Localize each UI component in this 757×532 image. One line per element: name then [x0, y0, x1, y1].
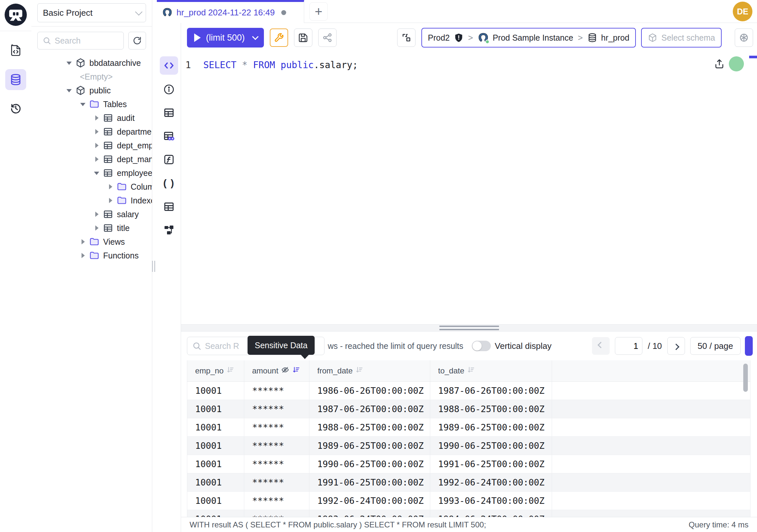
bytebase-logo[interactable]	[0, 0, 31, 31]
caret-down-icon[interactable]	[79, 101, 86, 108]
table-cell: 1993-06-24T00:00:00Z	[309, 510, 430, 517]
refresh-icon	[132, 36, 142, 46]
avatar[interactable]: DE	[733, 2, 752, 21]
app-window: Basic Project bbdataarchive<Empty>public…	[0, 0, 757, 532]
database-cylinder-icon	[588, 33, 597, 43]
run-query-button[interactable]: (limit 500)	[187, 28, 264, 47]
next-page-button[interactable]	[667, 337, 685, 355]
save-button[interactable]	[294, 28, 312, 47]
sql-editor-icon[interactable]	[160, 56, 178, 75]
column-header-to_date[interactable]: to_date	[430, 360, 552, 381]
caret-right-icon[interactable]	[93, 128, 100, 135]
executed-query-text: WITH result AS ( SELECT * FROM public.sa…	[190, 520, 688, 529]
caret-right-icon[interactable]	[107, 197, 114, 204]
panel-splitter[interactable]	[181, 324, 757, 331]
table-cell: 10001	[187, 418, 244, 436]
tree-item-functions[interactable]: Functions	[31, 249, 152, 263]
table-cell-filler	[552, 400, 750, 418]
table-cell-filler	[552, 473, 750, 491]
page-number-input[interactable]	[615, 337, 642, 355]
tree-item-title[interactable]: title	[31, 221, 152, 235]
function-icon[interactable]	[160, 150, 178, 169]
unsaved-indicator-dot	[281, 10, 286, 15]
schema-diagram-icon[interactable]	[160, 221, 178, 239]
results-table: emp_noamountfrom_dateto_date 10001******…	[187, 360, 750, 517]
instance-segment[interactable]: Prod Sample Instance	[493, 33, 573, 43]
folder-icon	[117, 181, 127, 192]
format-sql-button[interactable]	[270, 28, 288, 47]
table-cell: 10001	[187, 381, 244, 400]
results-side-panel-button[interactable]	[745, 336, 753, 356]
column-header-emp_no[interactable]: emp_no	[187, 360, 244, 381]
table-cell-filler	[552, 455, 750, 473]
caret-right-icon[interactable]	[93, 156, 100, 163]
table-cell: 10001	[187, 400, 244, 418]
tree-item-label: dept_mana...	[117, 155, 152, 164]
tree-item-views[interactable]: Views	[31, 235, 152, 249]
select-schema-button[interactable]: Select schema	[641, 28, 722, 47]
sort-icon[interactable]	[226, 365, 235, 376]
sort-icon[interactable]	[292, 365, 301, 376]
tree-item-audit[interactable]: audit	[31, 111, 152, 125]
column-header-amount[interactable]: amount	[244, 360, 309, 381]
tree-item-empty[interactable]: <Empty>	[31, 70, 152, 83]
tree-item-employee[interactable]: employee	[31, 166, 152, 180]
worksheet-icon[interactable]	[5, 40, 26, 61]
tree-item-department[interactable]: department	[31, 125, 152, 139]
parentheses-icon[interactable]: ( )	[160, 174, 178, 192]
history-icon[interactable]	[5, 98, 26, 119]
sort-icon[interactable]	[467, 365, 475, 376]
share-button[interactable]	[318, 28, 337, 47]
line-number: 1	[181, 60, 203, 71]
environment-segment[interactable]: Prod2	[428, 33, 450, 43]
table-cell: 1993-06-24T00:00:00Z	[430, 491, 552, 510]
caret-right-icon[interactable]	[79, 238, 86, 245]
caret-right-icon[interactable]	[93, 114, 100, 121]
ai-assistant-button[interactable]	[735, 28, 753, 47]
database-icon[interactable]	[5, 69, 26, 90]
table-header-row: emp_noamountfrom_dateto_date	[187, 360, 750, 381]
caret-down-icon[interactable]	[93, 169, 100, 176]
sql-editor[interactable]: 1 SELECT * FROM public.salary;	[181, 52, 757, 324]
results-scrollbar-thumb[interactable]	[743, 363, 748, 392]
connection-schema-button[interactable]	[397, 28, 415, 47]
tab-hr-prod[interactable]: hr_prod 2024-11-22 16:49	[157, 0, 304, 23]
caret-down-icon[interactable]	[66, 59, 73, 67]
tree-item-dept-emp[interactable]: dept_emp	[31, 139, 152, 152]
refresh-button[interactable]	[128, 32, 146, 49]
masked-data-icon[interactable]	[160, 127, 178, 145]
tree-item-salary[interactable]: salary	[31, 207, 152, 221]
tree-item-tables[interactable]: Tables	[31, 97, 152, 111]
project-selector[interactable]: Basic Project	[37, 3, 146, 22]
sidebar-search[interactable]	[37, 32, 124, 49]
database-segment[interactable]: hr_prod	[601, 33, 629, 43]
sidebar-resize-handle[interactable]	[152, 261, 157, 272]
tree-item-bbdataarchive[interactable]: bbdataarchive	[31, 56, 152, 70]
shield-icon	[454, 33, 464, 43]
tree-item-columns[interactable]: Columns	[31, 180, 152, 194]
prev-page-button[interactable]	[592, 337, 610, 355]
add-tab-button[interactable]: +	[309, 2, 328, 21]
sidebar-search-input[interactable]	[55, 36, 119, 46]
column-label: from_date	[317, 366, 353, 375]
tables-icon[interactable]	[160, 104, 178, 122]
column-header-from_date[interactable]: from_date	[309, 360, 430, 381]
table-detail-icon[interactable]	[160, 198, 178, 216]
tree-item-indexes[interactable]: Indexes	[31, 194, 152, 207]
caret-right-icon[interactable]	[107, 183, 114, 190]
column-label: amount	[252, 366, 278, 375]
tree-item-public[interactable]: public	[31, 83, 152, 97]
caret-right-icon[interactable]	[93, 224, 100, 232]
sort-icon[interactable]	[355, 365, 364, 376]
caret-right-icon[interactable]	[93, 211, 100, 218]
left-rail	[0, 0, 31, 532]
caret-right-icon[interactable]	[93, 142, 100, 149]
upload-icon[interactable]	[714, 58, 725, 70]
tree-item-dept-mana[interactable]: dept_mana...	[31, 152, 152, 166]
vertical-display-toggle[interactable]	[472, 341, 491, 351]
info-icon[interactable]	[160, 80, 178, 99]
page-size-select[interactable]: 50 / page	[690, 337, 741, 355]
caret-down-icon[interactable]	[66, 87, 73, 94]
caret-right-icon[interactable]	[79, 252, 86, 259]
table-cell: 10001	[187, 491, 244, 510]
